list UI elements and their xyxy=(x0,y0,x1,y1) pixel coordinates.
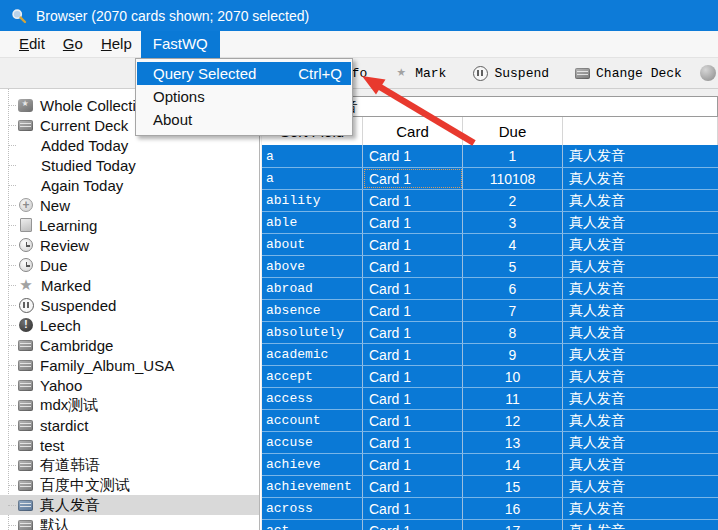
toolbar-button-mark[interactable]: Mark xyxy=(393,65,446,81)
menu-item-options[interactable]: Options xyxy=(136,85,352,108)
sidebar-item-added-today[interactable]: Added Today xyxy=(0,135,259,155)
sort-field-cell[interactable]: about xyxy=(262,234,363,255)
sort-field-cell[interactable]: accuse xyxy=(262,432,363,453)
sort-field-cell[interactable]: abroad xyxy=(262,278,363,299)
sort-field-cell[interactable]: academic xyxy=(262,344,363,365)
sidebar-item-due[interactable]: Due xyxy=(0,255,259,275)
due-cell[interactable]: 7 xyxy=(463,300,563,321)
deck-cell[interactable]: 真人发音 xyxy=(563,322,718,343)
card-cell[interactable]: Card 1 xyxy=(363,278,463,299)
sidebar-item-leech[interactable]: Leech xyxy=(0,315,259,335)
sort-field-cell[interactable]: access xyxy=(262,388,363,409)
sort-field-cell[interactable]: above xyxy=(262,256,363,277)
card-cell[interactable]: Card 1 xyxy=(363,300,463,321)
sidebar-item-默认[interactable]: 默认 xyxy=(0,515,259,530)
card-cell[interactable]: Card 1 xyxy=(363,344,463,365)
due-cell[interactable]: 17 xyxy=(463,520,563,530)
due-cell[interactable]: 1 xyxy=(463,145,563,167)
column-header-card[interactable]: Card xyxy=(363,117,463,145)
deck-cell[interactable]: 真人发音 xyxy=(563,145,718,167)
deck-cell[interactable]: 真人发音 xyxy=(563,454,718,475)
sidebar-item-百度中文测试[interactable]: 百度中文测试 xyxy=(0,475,259,495)
menubar-item-fastwq[interactable]: FastWQ xyxy=(141,31,220,58)
sidebar-item-new[interactable]: New xyxy=(0,195,259,215)
sort-field-cell[interactable]: a xyxy=(262,168,363,189)
table-row[interactable]: accountCard 112真人发音 xyxy=(262,409,718,431)
card-cell[interactable]: Card 1 xyxy=(363,168,463,189)
sort-field-cell[interactable]: absolutely xyxy=(262,322,363,343)
sidebar-item-studied-today[interactable]: Studied Today xyxy=(0,155,259,175)
sort-field-cell[interactable]: achievement xyxy=(262,476,363,497)
table-row[interactable]: absenceCard 17真人发音 xyxy=(262,299,718,321)
card-cell[interactable]: Card 1 xyxy=(363,410,463,431)
deck-cell[interactable]: 真人发音 xyxy=(563,498,718,519)
due-cell[interactable]: 8 xyxy=(463,322,563,343)
menubar-item-go[interactable]: Go xyxy=(54,31,92,58)
table-row[interactable]: acrossCard 116真人发音 xyxy=(262,497,718,519)
due-cell[interactable]: 2 xyxy=(463,190,563,211)
table-row[interactable]: achieveCard 114真人发音 xyxy=(262,453,718,475)
card-cell[interactable]: Card 1 xyxy=(363,454,463,475)
sidebar-item-learning[interactable]: Learning xyxy=(0,215,259,235)
table-row[interactable]: aboveCard 15真人发音 xyxy=(262,255,718,277)
due-cell[interactable]: 9 xyxy=(463,344,563,365)
table-row[interactable]: academicCard 19真人发音 xyxy=(262,343,718,365)
menu-item-query-selected[interactable]: Query SelectedCtrl+Q xyxy=(137,62,351,85)
due-cell[interactable]: 5 xyxy=(463,256,563,277)
sort-field-cell[interactable]: a xyxy=(262,145,363,167)
card-cell[interactable]: Card 1 xyxy=(363,366,463,387)
deck-cell[interactable]: 真人发音 xyxy=(563,278,718,299)
deck-cell[interactable]: 真人发音 xyxy=(563,388,718,409)
deck-cell[interactable]: 真人发音 xyxy=(563,190,718,211)
deck-cell[interactable]: 真人发音 xyxy=(563,476,718,497)
table-row[interactable]: absolutelyCard 18真人发音 xyxy=(262,321,718,343)
sidebar-item-family-album-usa[interactable]: Family_Album_USA xyxy=(0,355,259,375)
card-cell[interactable]: Card 1 xyxy=(363,234,463,255)
sort-field-cell[interactable]: absence xyxy=(262,300,363,321)
sort-field-cell[interactable]: accept xyxy=(262,366,363,387)
due-cell[interactable]: 15 xyxy=(463,476,563,497)
sidebar-item-marked[interactable]: Marked xyxy=(0,275,259,295)
toolbar-extra-icon[interactable] xyxy=(700,65,716,81)
sidebar-item-有道韩语[interactable]: 有道韩语 xyxy=(0,455,259,475)
sort-field-cell[interactable]: across xyxy=(262,498,363,519)
deck-cell[interactable]: 真人发音 xyxy=(563,168,718,189)
table-row[interactable]: acceptCard 110真人发音 xyxy=(262,365,718,387)
card-cell[interactable]: Card 1 xyxy=(363,256,463,277)
sort-field-cell[interactable]: act xyxy=(262,520,363,530)
sidebar-item-test[interactable]: test xyxy=(0,435,259,455)
sidebar-item-again-today[interactable]: Again Today xyxy=(0,175,259,195)
sort-field-cell[interactable]: achieve xyxy=(262,454,363,475)
table-row[interactable]: achievementCard 115真人发音 xyxy=(262,475,718,497)
deck-cell[interactable]: 真人发音 xyxy=(563,300,718,321)
due-cell[interactable]: 4 xyxy=(463,234,563,255)
due-cell[interactable]: 14 xyxy=(463,454,563,475)
card-cell[interactable]: Card 1 xyxy=(363,145,463,167)
due-cell[interactable]: 12 xyxy=(463,410,563,431)
deck-cell[interactable]: 真人发音 xyxy=(563,410,718,431)
table-row[interactable]: abilityCard 12真人发音 xyxy=(262,189,718,211)
card-cell[interactable]: Card 1 xyxy=(363,432,463,453)
card-cell[interactable]: Card 1 xyxy=(363,322,463,343)
due-cell[interactable]: 6 xyxy=(463,278,563,299)
card-cell[interactable]: Card 1 xyxy=(363,498,463,519)
table-row[interactable]: actCard 117真人发音 xyxy=(262,519,718,530)
deck-cell[interactable]: 真人发音 xyxy=(563,520,718,530)
sidebar-item-真人发音[interactable]: 真人发音 xyxy=(0,495,259,515)
menubar-item-help[interactable]: Help xyxy=(92,31,141,58)
menu-item-about[interactable]: About xyxy=(136,108,352,131)
deck-cell[interactable]: 真人发音 xyxy=(563,212,718,233)
menubar-item-edit[interactable]: Edit xyxy=(10,31,54,58)
due-cell[interactable]: 10 xyxy=(463,366,563,387)
toolbar-button-suspend[interactable]: Suspend xyxy=(472,65,549,81)
table-row[interactable]: aCard 1110108真人发音 xyxy=(262,167,718,189)
sidebar-item-suspended[interactable]: Suspended xyxy=(0,295,259,315)
table-row[interactable]: ableCard 13真人发音 xyxy=(262,211,718,233)
sidebar-item-yahoo[interactable]: Yahoo xyxy=(0,375,259,395)
table-row[interactable]: abroadCard 16真人发音 xyxy=(262,277,718,299)
due-cell[interactable]: 110108 xyxy=(463,168,563,189)
sort-field-cell[interactable]: ability xyxy=(262,190,363,211)
table-row[interactable]: accuseCard 113真人发音 xyxy=(262,431,718,453)
due-cell[interactable]: 16 xyxy=(463,498,563,519)
deck-cell[interactable]: 真人发音 xyxy=(563,234,718,255)
